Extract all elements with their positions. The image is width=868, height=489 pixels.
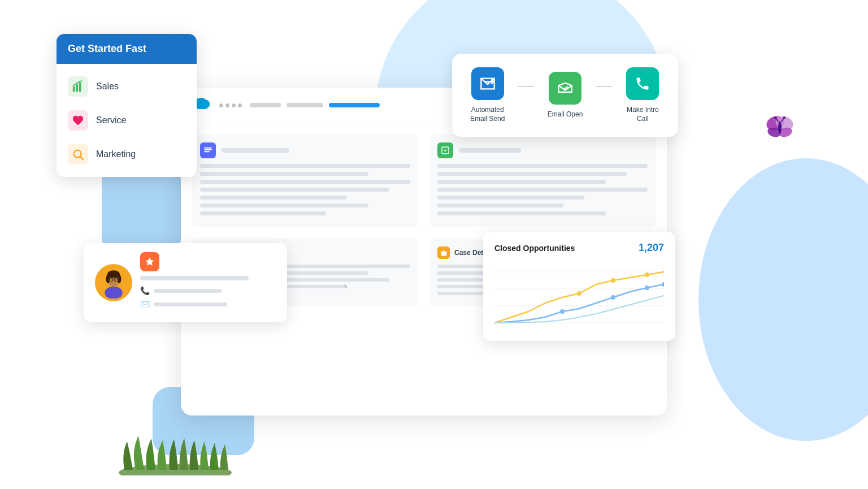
svg-point-32 (611, 295, 615, 300)
auto-label-intro-call: Make Intro Call (623, 106, 662, 123)
nav-dot-1 (219, 103, 223, 107)
auto-connector-1 (518, 86, 534, 87)
case-icon (437, 246, 450, 259)
gs-item-marketing[interactable]: Marketing (57, 137, 197, 171)
chart-panel: Closed Opportunities 1,207 (483, 232, 675, 341)
auto-step-email-send: Automated Email Send (468, 67, 507, 123)
gs-item-service[interactable]: Service (57, 103, 197, 137)
svg-point-30 (645, 272, 649, 277)
svg-point-42 (774, 116, 776, 119)
chart-title: Closed Opportunities (494, 244, 575, 253)
crm-card-left-icon (200, 142, 216, 158)
service-icon (68, 110, 88, 131)
gs-items-list: Sales Service Marketing (57, 64, 197, 177)
chart-count: 1,207 (639, 242, 664, 254)
contact-email-row: ✉️ (140, 300, 276, 309)
gs-item-marketing-label: Marketing (96, 149, 136, 159)
svg-point-44 (783, 116, 785, 119)
nav-dot-3 (232, 103, 236, 107)
crm-line-r2 (437, 172, 627, 176)
gs-item-sales[interactable]: Sales (57, 70, 197, 103)
nav-item-2[interactable] (287, 103, 323, 107)
svg-point-28 (577, 291, 581, 296)
gs-header: Get Started Fast (57, 34, 197, 64)
svg-point-34 (662, 282, 664, 287)
crm-line-r1 (437, 164, 648, 168)
svg-rect-11 (73, 86, 75, 92)
crm-line-r6 (437, 204, 563, 207)
bg-rect-left (102, 170, 181, 249)
gs-item-sales-label: Sales (96, 81, 119, 92)
crm-content-grid (181, 123, 667, 239)
crm-card-left (192, 135, 418, 227)
crm-line-6 (200, 204, 368, 207)
contact-name-line (140, 276, 249, 280)
contact-edit-icon[interactable]: ✎ (344, 284, 348, 289)
grass-decoration (113, 430, 237, 478)
auto-label-email-send: Automated Email Send (468, 106, 507, 123)
chart-header: Closed Opportunities 1,207 (494, 242, 664, 254)
contact-email-line (154, 302, 227, 306)
crm-line-3 (200, 180, 410, 184)
crm-nav-dots (219, 103, 242, 107)
crm-line-2 (200, 172, 368, 176)
auto-icon-email-send (471, 67, 504, 100)
auto-step-intro-call: Make Intro Call (623, 67, 662, 123)
crm-card-right (429, 135, 656, 227)
crm-line-4 (200, 188, 389, 192)
contact-avatar (95, 264, 132, 301)
bg-circle-right (698, 158, 868, 441)
phone-icon: 📞 (140, 286, 149, 295)
contact-star-badge (140, 252, 159, 271)
butterfly-decoration (765, 113, 795, 148)
auto-label-email-open: Email Open (548, 110, 583, 119)
contact-info: 📞 ✉️ (140, 252, 276, 313)
crm-line-r3 (437, 180, 606, 184)
svg-point-40 (778, 122, 782, 134)
svg-point-33 (645, 285, 649, 290)
sales-icon (68, 76, 88, 97)
crm-line-r7 (437, 211, 606, 215)
crm-card-right-icon (437, 142, 453, 158)
svg-line-15 (80, 157, 84, 160)
email-icon: ✉️ (140, 300, 149, 309)
crm-line-r5 (437, 196, 584, 200)
crm-line-1 (200, 164, 410, 168)
auto-connector-2 (596, 86, 612, 87)
svg-point-23 (105, 287, 122, 298)
auto-icon-email-open (549, 72, 581, 105)
nav-dot-2 (225, 103, 229, 107)
get-started-panel[interactable]: Get Started Fast Sales Service (57, 34, 197, 177)
crm-line-5 (200, 196, 347, 200)
svg-rect-13 (79, 83, 81, 92)
svg-point-29 (611, 278, 615, 283)
nav-item-active[interactable] (329, 103, 380, 107)
gs-item-service-label: Service (96, 115, 126, 126)
contact-phone-row: 📞 (140, 286, 276, 295)
automation-panel: Automated Email Send Email Open Make Int… (452, 54, 678, 137)
crm-card-right-header (437, 142, 648, 158)
auto-step-email-open: Email Open (545, 72, 584, 119)
marketing-icon (68, 144, 88, 165)
svg-rect-7 (204, 151, 209, 152)
crm-line-r4 (437, 188, 648, 192)
svg-point-4 (196, 98, 202, 103)
svg-point-18 (106, 274, 110, 283)
crm-card-right-title (459, 148, 521, 153)
nav-item-1[interactable] (250, 103, 281, 107)
auto-icon-intro-call (626, 67, 659, 100)
gs-title: Get Started Fast (68, 43, 146, 54)
crm-card-left-title (222, 148, 289, 153)
svg-rect-6 (204, 149, 211, 150)
svg-point-31 (560, 309, 565, 314)
contact-card: 📞 ✉️ (84, 243, 287, 322)
svg-rect-10 (441, 251, 446, 256)
svg-rect-12 (76, 84, 78, 92)
contact-phone-line (154, 289, 222, 293)
crm-line-7 (200, 211, 326, 215)
crm-card-left-header (200, 142, 410, 158)
nav-dot-4 (238, 103, 242, 107)
chart-svg (494, 261, 664, 328)
svg-rect-5 (204, 148, 211, 149)
svg-point-19 (118, 274, 121, 283)
